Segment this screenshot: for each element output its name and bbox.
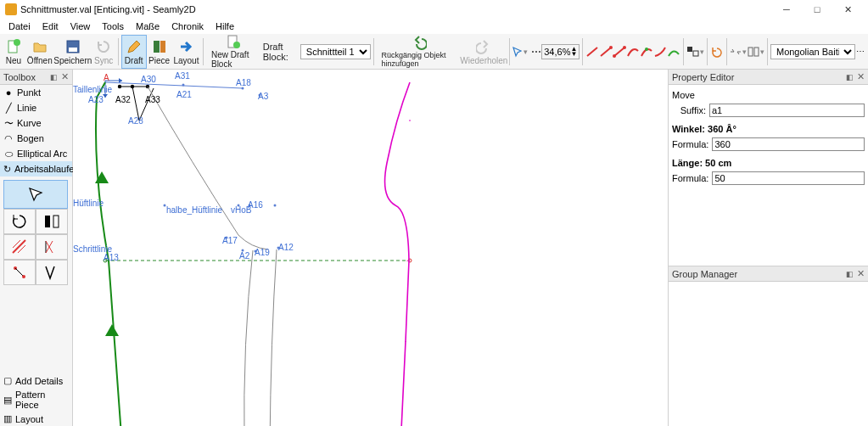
op-mirror-line[interactable] — [36, 234, 68, 260]
piece-mode-button[interactable]: Piece — [147, 35, 172, 69]
svg-point-33 — [182, 84, 185, 87]
svg-rect-17 — [748, 48, 753, 56]
suffix-input[interactable] — [709, 104, 865, 117]
svg-rect-18 — [754, 48, 759, 56]
op-truedart[interactable] — [36, 260, 68, 285]
arc-icon: ◠ — [3, 133, 14, 143]
flip-v-icon[interactable] — [747, 44, 760, 59]
close-prop-icon[interactable]: ✕ — [857, 71, 865, 82]
svg-point-40 — [226, 237, 228, 239]
close-group-icon[interactable]: ✕ — [857, 268, 865, 279]
group-icon[interactable] — [686, 44, 700, 59]
rotate-icon[interactable] — [710, 44, 724, 59]
op-rotate[interactable] — [3, 209, 36, 234]
collapse-icon[interactable]: ◧ — [846, 270, 854, 278]
tool-punkt[interactable]: ●Punkt — [0, 85, 72, 100]
curve-handle-icon[interactable] — [640, 44, 653, 59]
collapse-icon[interactable]: ◧ — [846, 73, 854, 81]
workflow-icon: ↻ — [3, 164, 11, 174]
undo-button[interactable]: Rückgängig Objekt hinzufügen — [377, 35, 462, 69]
minimize-button[interactable]: ─ — [771, 0, 802, 19]
line-icon: ╱ — [3, 103, 14, 113]
app-icon — [5, 3, 17, 15]
op-cursor[interactable] — [3, 180, 68, 209]
new-button[interactable]: Neu — [2, 35, 25, 69]
winkel-header: Winkel: 360 Â° — [672, 122, 865, 136]
close-panel-icon[interactable]: ✕ — [61, 71, 69, 82]
tool-kurve[interactable]: 〜Kurve — [0, 115, 72, 131]
line-red-icon[interactable] — [585, 44, 599, 59]
svg-point-41 — [242, 249, 244, 252]
sync-button[interactable]: Sync — [92, 35, 115, 69]
svg-line-8 — [587, 48, 597, 56]
group-manager-header[interactable]: Group Manager◧✕ — [669, 266, 868, 282]
menu-datei[interactable]: Datei — [3, 20, 36, 33]
add-details[interactable]: ▢Add Details — [0, 373, 72, 388]
redo-button[interactable]: Wiederholen — [462, 35, 507, 69]
svg-line-11 — [614, 48, 624, 56]
pencil-icon — [126, 38, 143, 55]
svg-line-9 — [601, 48, 611, 56]
svg-point-43 — [277, 247, 280, 249]
new-draft-block-button[interactable]: New Draft Block — [206, 35, 260, 69]
piece-list-icon: ▤ — [3, 395, 12, 406]
svg-rect-5 — [160, 41, 165, 53]
menu-edit[interactable]: Edit — [37, 20, 64, 33]
formula-winkel-input[interactable] — [712, 137, 865, 151]
svg-rect-4 — [154, 41, 160, 53]
close-button[interactable]: ✕ — [832, 0, 863, 19]
flip-h-icon[interactable] — [729, 44, 742, 59]
layout-item[interactable]: ▥Layout — [0, 412, 72, 426]
main-toolbar: Neu Öffnen Speichern Sync Draft Piece La… — [0, 34, 868, 70]
tool-arbeitsablaufe[interactable]: ↻Arbeitsablaufe — [0, 161, 72, 177]
menubar: Datei Edit View Tools Maße Chronik Hilfe — [0, 19, 868, 34]
layout-mode-button[interactable]: Layout — [172, 35, 201, 69]
dots-icon[interactable]: ⋯ — [530, 44, 541, 59]
draft-block-select[interactable]: Schnittteil 1 — [300, 44, 371, 59]
op-stripe[interactable] — [3, 234, 36, 260]
tool-bogen[interactable]: ◠Bogen — [0, 131, 72, 146]
menu-hilfe[interactable]: Hilfe — [210, 20, 239, 33]
line-dot-icon[interactable] — [599, 44, 613, 59]
collapse-icon[interactable]: ◧ — [50, 73, 58, 81]
svg-line-32 — [105, 82, 243, 88]
ellipse-icon: ⬭ — [3, 149, 14, 159]
formula-laenge-input[interactable] — [712, 171, 865, 185]
folder-open-icon — [31, 38, 48, 55]
toolbox-header[interactable]: Toolbox◧✕ — [0, 70, 72, 85]
menu-tools[interactable]: Tools — [97, 20, 129, 33]
line-seg-icon[interactable] — [613, 44, 626, 59]
draft-mode-button[interactable]: Draft — [121, 35, 147, 69]
property-editor-header[interactable]: Property Editor◧✕ — [669, 70, 868, 85]
menu-masse[interactable]: Maße — [131, 20, 165, 33]
svg-point-42 — [255, 250, 257, 253]
tool-linie[interactable]: ╱Linie — [0, 100, 72, 115]
curve-arc-icon[interactable] — [653, 44, 667, 59]
svg-point-22 — [22, 275, 25, 278]
menu-view[interactable]: View — [65, 20, 96, 33]
svg-rect-3 — [69, 48, 77, 52]
menu-chronik[interactable]: Chronik — [166, 20, 209, 33]
drawing-canvas[interactable]: A A23 A32 A33 A30 A31 A21 A18 A3 A28 Tai… — [73, 70, 668, 426]
zoom-level[interactable]: 34,6%▲▼ — [541, 44, 580, 59]
svg-point-45 — [259, 94, 261, 97]
maximize-button[interactable]: □ — [802, 0, 832, 19]
curve-green-icon[interactable] — [667, 44, 680, 59]
draft-block-label: Draft Block: — [263, 42, 298, 62]
svg-rect-16 — [693, 51, 698, 56]
op-move[interactable] — [3, 260, 36, 285]
save-button[interactable]: Speichern — [54, 35, 92, 69]
tool-elliptical[interactable]: ⬭Elliptical Arc — [0, 146, 72, 161]
open-button[interactable]: Öffnen — [25, 35, 54, 69]
cursor-tool-icon[interactable] — [512, 44, 524, 59]
pattern-piece[interactable]: ▤Pattern Piece — [0, 388, 72, 412]
layout-arrow-icon — [177, 38, 194, 55]
op-mirror[interactable] — [36, 209, 68, 234]
curve-red-icon[interactable] — [626, 44, 640, 59]
svg-rect-15 — [687, 47, 692, 52]
layout-list-icon: ▥ — [3, 413, 12, 424]
font-select[interactable]: Mongolian Baiti — [770, 44, 855, 59]
svg-point-12 — [613, 54, 616, 58]
font-dropdown-icon[interactable]: ⋯ — [855, 44, 866, 59]
document-plus-icon — [225, 34, 242, 49]
